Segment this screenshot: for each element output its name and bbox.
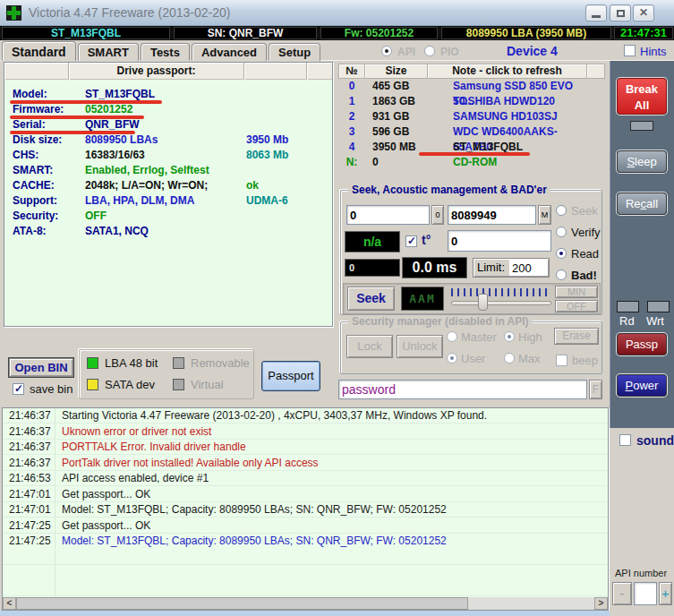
drive-list-row[interactable]: N: 0 CD-ROM [338, 155, 605, 170]
radio-icon[interactable] [556, 248, 567, 259]
log-timestamp: 21:46:37 [9, 440, 51, 455]
tab[interactable]: Advanced [192, 43, 267, 61]
log-timestamp: 21:46:37 [9, 408, 51, 424]
virtual-flag[interactable] [173, 379, 184, 390]
drive-list-rows: 0 465 GB Samsung SSD 850 EVO 50... 1 186… [338, 79, 605, 170]
drive-list-header-note[interactable]: Note - click to refresh [428, 64, 587, 79]
passport-row-label: Serial: [13, 117, 46, 132]
seek-mode-radio-item[interactable]: Read [556, 248, 602, 261]
drive-list-row[interactable]: 0 465 GB Samsung SSD 850 EVO 50... [338, 79, 605, 94]
seek-group-title: Seek, Acoustic management & BAD'er [348, 184, 550, 196]
drive-number: 0 [338, 79, 365, 94]
sound-checkbox[interactable] [619, 434, 631, 446]
label-part: P [626, 379, 634, 392]
save-bin-checkbox[interactable] [13, 383, 24, 395]
error-count-display: 0 [345, 259, 400, 277]
radio-icon[interactable] [556, 270, 567, 280]
api-number-value[interactable] [634, 582, 657, 605]
log-horizontal-scrollbar[interactable]: < > [3, 597, 608, 610]
temperature-checkbox[interactable] [405, 235, 417, 247]
log-row: 21:46:37 Starting Victoria 4.47 Freeware… [3, 408, 608, 424]
open-bin-button[interactable]: Open BIN [9, 358, 73, 377]
temperature-value-input[interactable] [448, 230, 551, 252]
break-all-line1: Break [618, 81, 666, 98]
log-timestamp: 21:47:01 [9, 487, 51, 502]
aam-slider-ticks [451, 288, 551, 296]
password-f-button[interactable]: F [589, 380, 602, 399]
radio-icon[interactable] [504, 331, 515, 342]
scrollbar-thumb[interactable] [16, 597, 468, 610]
tab[interactable]: Setup [269, 43, 320, 61]
passport-row-value: 16383/16/63 [85, 148, 145, 162]
passport-row-value: 8089950 LBAs [85, 133, 158, 147]
start-reset-button[interactable]: 0 [431, 205, 444, 225]
security-radio-item[interactable]: High [504, 331, 558, 344]
removable-flag[interactable] [173, 357, 184, 369]
pio-radio[interactable] [424, 46, 435, 56]
status-info-bar: ST_M13FQBL SN: QNR_BFW Fw: 05201252 8089… [0, 26, 674, 40]
scroll-left-arrow[interactable]: < [3, 597, 16, 610]
label-part: S [627, 155, 635, 168]
radio-icon[interactable] [556, 205, 567, 216]
power-button[interactable]: Power [617, 374, 667, 397]
sata-flag[interactable] [87, 379, 98, 390]
passp-button[interactable]: Passp [617, 333, 667, 355]
api-number-increment[interactable]: + [659, 582, 672, 605]
aam-slider-thumb[interactable] [478, 294, 488, 311]
start-lba-input[interactable] [346, 205, 430, 225]
beep-label: beep [572, 354, 598, 367]
log-message: PORTTALK Error. Invalid driver handle [62, 440, 246, 455]
max-lba-button[interactable]: M [538, 205, 551, 225]
password-input[interactable] [338, 380, 587, 399]
scroll-right-arrow[interactable]: > [594, 597, 608, 610]
seek-mode-radio-item[interactable]: Bad! [556, 270, 602, 282]
radio-icon[interactable] [504, 353, 515, 364]
aam-off-button[interactable]: OFF [555, 300, 598, 312]
temperature-label: t° [422, 233, 431, 247]
tab[interactable]: Tests [141, 43, 190, 61]
close-button[interactable]: ✕ [633, 4, 654, 21]
seek-mode-radio-item[interactable]: Seek [556, 205, 602, 218]
limit-input[interactable] [509, 260, 548, 276]
maximize-button[interactable] [610, 4, 631, 21]
tab[interactable]: SMART [78, 43, 139, 61]
aam-slider-track[interactable] [451, 301, 551, 305]
lock-button[interactable]: Lock [346, 335, 393, 358]
passport-row-extra: ok [246, 178, 259, 192]
security-radio-item[interactable]: Max [504, 353, 558, 365]
passport-row-value: 05201252 [85, 102, 132, 116]
action-sidebar: Break All Sleep Recall Rd Wrt Passp Powe… [610, 61, 674, 428]
security-radio-item[interactable]: User [447, 353, 500, 365]
end-lba-input[interactable] [448, 205, 536, 225]
break-all-button[interactable]: Break All [617, 78, 667, 115]
recall-button[interactable]: Recall [617, 192, 667, 215]
radio-icon[interactable] [447, 353, 457, 364]
api-number-decrement[interactable]: - [612, 582, 632, 605]
seek-mode-radio-item[interactable]: Verify [556, 227, 602, 239]
statusbar-serial: SN: QNR_BFW [174, 27, 317, 39]
clock: 21:47:31 [614, 27, 673, 39]
lba48-flag[interactable] [87, 357, 98, 369]
drive-list-row[interactable]: 3 596 GB WDC WD6400AAKS-65A7B0 [338, 124, 605, 140]
radio-icon[interactable] [556, 227, 567, 237]
sleep-button[interactable]: Sleep [617, 150, 667, 173]
unlock-button[interactable]: Unlock [397, 335, 443, 358]
tab[interactable]: Standard [2, 41, 76, 61]
aam-min-button[interactable]: MIN [555, 286, 598, 298]
radio-icon[interactable] [447, 331, 457, 342]
api-radio[interactable] [381, 46, 392, 56]
erase-button[interactable]: Erase [554, 328, 599, 345]
hints-checkbox[interactable] [624, 45, 636, 56]
drive-list-row[interactable]: 1 1863 GB TOSHIBA HDWD120 [338, 94, 605, 109]
drive-list-row[interactable]: 2 931 GB SAMSUNG HD103SJ [338, 109, 605, 124]
drive-note: CD-ROM [428, 155, 587, 170]
passport-row: Support: LBA, HPA, DLM, DMA UDMA-6 [4, 193, 332, 209]
security-radio-item[interactable]: Master [447, 331, 500, 344]
drive-list-row[interactable]: 4 3950 MB ST_M13FQBL [338, 140, 605, 155]
minimize-button[interactable] [585, 4, 607, 21]
passport-row-extra: 8063 Mb [246, 148, 288, 162]
passport-button[interactable]: Passport [261, 361, 320, 391]
beep-checkbox[interactable] [556, 355, 567, 366]
limit-label: Limit: [477, 261, 505, 274]
seek-button[interactable]: Seek [347, 287, 395, 311]
